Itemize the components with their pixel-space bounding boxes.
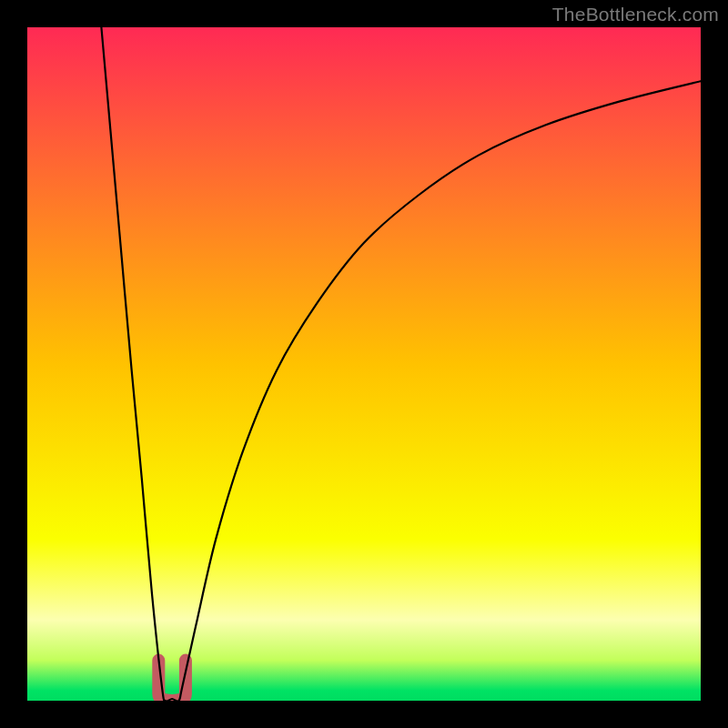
chart-frame: TheBottleneck.com — [0, 0, 728, 728]
plot-background — [27, 27, 701, 701]
chart-canvas — [0, 0, 728, 728]
attribution-text: TheBottleneck.com — [552, 4, 719, 25]
